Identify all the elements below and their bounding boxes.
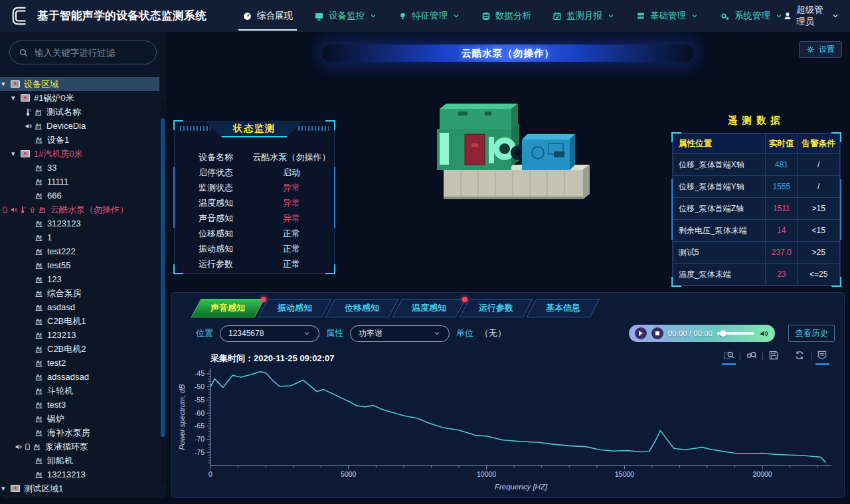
tree-item[interactable]: 33 <box>0 161 159 175</box>
save-image-icon[interactable] <box>768 350 780 361</box>
settings-button[interactable]: 设置 <box>799 41 842 58</box>
tooltip-icon[interactable] <box>817 350 828 361</box>
realtime-value: 1511 <box>766 198 798 220</box>
caret-down-icon[interactable]: ▾ <box>11 94 21 102</box>
position-select[interactable]: 12345678 <box>220 325 319 342</box>
user-menu[interactable]: 超级管理员 <box>783 4 839 28</box>
tree-item[interactable]: ▾测试区域1 <box>0 481 159 495</box>
device-icon <box>35 400 43 409</box>
spectrum-chart[interactable]: 05000100001500020000-75-70-65-60-55-50-4… <box>177 366 840 496</box>
nav-item[interactable]: 特征管理 <box>398 0 460 32</box>
tree-item[interactable]: ▾1#汽机房0米 <box>0 147 159 161</box>
device-icon <box>35 261 43 270</box>
device-icon <box>35 219 43 228</box>
alarm-condition: >25 <box>798 242 840 264</box>
tree-item[interactable]: 浆液循环泵 <box>0 440 159 454</box>
device-icon <box>35 163 43 172</box>
tree-item[interactable]: test2 <box>0 356 159 370</box>
play-button[interactable] <box>635 327 647 339</box>
tab-振动感知[interactable]: 振动感知 <box>258 299 332 317</box>
attribute-select[interactable]: 功率谱 <box>350 325 450 342</box>
device-icon <box>35 303 43 311</box>
tree-item-label: test2 <box>47 358 66 368</box>
stop-button[interactable] <box>651 327 663 339</box>
nav-item[interactable]: 数据分析 <box>481 0 531 32</box>
zoom-select-icon[interactable] <box>723 350 734 361</box>
bulb-icon <box>398 12 407 21</box>
device-3d-model[interactable] <box>405 86 631 229</box>
tree-item-label: 123213 <box>47 330 76 340</box>
player-slider[interactable] <box>717 332 754 335</box>
device-icon <box>35 317 43 325</box>
zoom-reset-icon[interactable] <box>746 350 757 361</box>
audio-player: 00:00 / 00:00 <box>629 325 775 342</box>
tree-item[interactable]: test3 <box>0 398 159 412</box>
tree-item[interactable]: 123 <box>0 272 159 286</box>
scrollbar-thumb[interactable] <box>161 118 165 437</box>
position-label: 位置 <box>196 327 213 339</box>
tree-item[interactable]: 13213213 <box>0 467 159 481</box>
status-rows: 设备名称云酷水泵（勿操作）启停状态启动监测状态异常温度感知异常声音感知异常位移感… <box>175 149 334 272</box>
tree-item[interactable]: 设备1 <box>0 133 159 147</box>
tree-item-label: 33 <box>47 163 56 173</box>
tab-运行参数[interactable]: 运行参数 <box>460 299 533 317</box>
chevron-down-icon <box>369 12 377 20</box>
tree-item[interactable]: 3123123 <box>0 216 159 230</box>
device-icon <box>35 373 43 381</box>
refresh-icon[interactable] <box>794 350 806 361</box>
volume-icon[interactable] <box>759 329 769 339</box>
area-icon <box>11 485 20 492</box>
unit-label: 单位 <box>456 327 473 339</box>
nav-item[interactable]: 系统管理 <box>720 0 783 32</box>
tab-位移感知[interactable]: 位移感知 <box>325 299 399 317</box>
tree-item[interactable]: 海补水泵房 <box>0 426 159 440</box>
search-input[interactable] <box>35 48 147 58</box>
tree-item[interactable]: C2B电机2 <box>0 342 159 356</box>
realtime-value: 237.0 <box>766 242 798 264</box>
nav-item[interactable]: 基础管理 <box>636 0 699 32</box>
sidebar-scrollbar[interactable] <box>161 98 165 483</box>
tree-item[interactable]: 卸船机 <box>0 454 159 467</box>
tree-item-label: 斗轮机 <box>47 385 73 397</box>
tree-item[interactable]: DeviceDia <box>0 119 159 133</box>
status-row: 位移感知正常 <box>175 226 334 241</box>
tree-item[interactable]: 锅炉 <box>0 412 159 426</box>
tree-item[interactable]: asdasd <box>0 300 159 314</box>
tree-item[interactable]: test55 <box>0 258 159 272</box>
device-icon <box>34 122 42 130</box>
player-time: 00:00 / 00:00 <box>668 329 713 337</box>
nav-item[interactable]: 综合展现 <box>242 0 293 32</box>
tree-item[interactable]: 综合泵房 <box>0 286 159 300</box>
tab-声音感知[interactable]: 声音感知 <box>191 299 265 317</box>
tree-item[interactable]: 666 <box>0 189 159 203</box>
tree-item[interactable]: 11111 <box>0 175 159 189</box>
tree-item[interactable]: 测试名称 <box>0 105 159 119</box>
tree-search[interactable] <box>9 41 157 64</box>
tree-item[interactable]: 123213 <box>0 328 159 342</box>
caret-down-icon[interactable]: ▾ <box>1 484 11 493</box>
status-row: 振动感知正常 <box>175 241 334 256</box>
tree-item[interactable]: 斗轮机 <box>0 384 159 398</box>
calendar-icon <box>552 11 562 21</box>
nav-item[interactable]: 监测月报 <box>552 0 615 32</box>
caret-down-icon[interactable]: ▾ <box>11 149 21 158</box>
slider-knob[interactable] <box>720 330 726 337</box>
svg-text:Power spectrum, dB: Power spectrum, dB <box>178 384 186 450</box>
tab-温度感知[interactable]: 温度感知 <box>392 299 466 317</box>
chevron-down-icon <box>433 329 441 337</box>
tree-item[interactable]: adssadsad <box>0 370 159 384</box>
tree-item[interactable]: ▾#1锅炉0米 <box>0 91 159 105</box>
status-value: 云酷水泵（勿操作） <box>249 151 334 163</box>
thermometer-icon <box>19 206 27 214</box>
tab-基本信息[interactable]: 基本信息 <box>527 299 600 317</box>
tree-item[interactable]: test222 <box>0 244 159 258</box>
view-history-button[interactable]: 查看历史 <box>788 325 835 342</box>
tree-item[interactable]: C2B电机1 <box>0 314 159 328</box>
telemetry-header-row: 属性位置实时值告警条件 <box>673 134 840 154</box>
nav-item[interactable]: 设备监控 <box>314 0 377 32</box>
phone-icon <box>24 443 31 451</box>
tree-item[interactable]: ▾设备区域 <box>0 77 159 91</box>
caret-down-icon[interactable]: ▾ <box>1 80 11 88</box>
tree-item[interactable]: 1 <box>0 230 159 244</box>
tree-item[interactable]: 云酷水泵（勿操作） <box>0 203 159 216</box>
